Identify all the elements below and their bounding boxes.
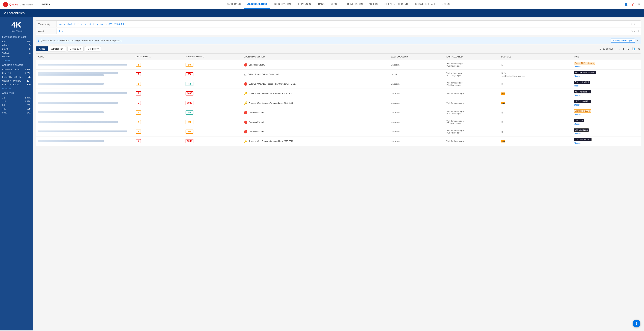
tags-more[interactable]: 10 more xyxy=(574,66,581,68)
tag-badge: Linux - All xyxy=(574,119,584,122)
tag-badge: OS: Ubuntu x.x xyxy=(574,128,589,132)
os-more[interactable]: 45 more ▾ xyxy=(2,87,30,90)
tags-more[interactable]: 10 more xyxy=(574,123,581,125)
clear-vulnerability-filter-icon[interactable]: ✕ xyxy=(631,23,633,25)
next-page-icon[interactable]: › xyxy=(618,47,620,51)
nav-knowledgebase[interactable]: KNOWLEDGEBASE xyxy=(412,0,439,9)
last-logged-more[interactable]: 1 more ▾ xyxy=(2,59,30,62)
table-row[interactable]: 2330🔴Canonical UbuntuUnknownVM: 3 minute… xyxy=(36,127,641,136)
table-row[interactable]: 250🔴Canonical UbuntuUnknownVM: 4 minutes… xyxy=(36,108,641,117)
refresh-icon[interactable]: ↻ xyxy=(627,47,630,51)
os-label-2[interactable]: EulerOS / SuSE Li... xyxy=(2,76,23,78)
user-label-kokeefe[interactable]: kokeefe xyxy=(2,55,10,58)
os-icon: 🔴 xyxy=(244,82,248,86)
download-icon[interactable]: ⬇ xyxy=(622,47,625,51)
last-logged-cell: Unknown xyxy=(389,108,444,117)
table-row[interactable]: 51000🔑Amazon Web Services Amazon Linux 2… xyxy=(36,89,641,98)
asset-name-cell xyxy=(36,70,134,79)
collapse-asset-filter-icon[interactable]: ▭ xyxy=(634,30,636,33)
help-fab-button[interactable]: ? xyxy=(633,320,640,327)
port-label-2[interactable]: 80 xyxy=(2,104,5,106)
os-name: Canonical Ubuntu xyxy=(249,130,265,133)
info-banner: ℹ Qualys Insights consolidates data to g… xyxy=(36,37,641,44)
table-row[interactable]: 2240🔴Canonical UbuntuUnknownVM: 4 minute… xyxy=(36,117,641,127)
user-label-qualys[interactable]: Qualys xyxy=(2,51,9,54)
port-label-4[interactable]: 8080 xyxy=(2,111,7,114)
settings-icon[interactable]: ⚙ xyxy=(638,47,641,51)
main-layout: 4K Total Assets LAST LOGGED ON USER root… xyxy=(0,17,644,331)
menu-icon[interactable]: ☰ xyxy=(636,22,639,26)
nav-remediation[interactable]: REMEDIATION xyxy=(344,0,366,9)
table-row[interactable]: 51000🔑Amazon Web Services Amazon Linux 2… xyxy=(36,98,641,108)
clear-asset-filter-icon[interactable]: ✕ xyxy=(631,30,633,33)
tags-more[interactable]: 20 more xyxy=(574,142,581,144)
tags-cell: NET: Internal IP ... 20 more xyxy=(572,98,641,108)
os-label-4[interactable]: Linux 2.x / Konic... xyxy=(2,83,20,86)
prev-page-icon[interactable]: ‹ xyxy=(615,47,617,51)
vmdr-dropdown[interactable]: VMDR ▼ xyxy=(39,2,52,6)
vulnerability-filter-value[interactable]: vulnerabilities.vulnerability.cveIds:CVE… xyxy=(56,21,629,27)
criticality-badge: 2 xyxy=(136,120,141,124)
last-scanned-cell: VM: an hour agoPC: 7 days ago xyxy=(444,70,499,79)
tags-cell: Scanned in 180-D 10 more xyxy=(572,108,641,117)
criticality-cell: 5 xyxy=(134,70,184,79)
user-label-ubuntu[interactable]: ubuntu xyxy=(2,48,9,50)
tags-more[interactable]: 10 more xyxy=(574,113,581,115)
nav-vulnerabilities[interactable]: VULNERABILITIES xyxy=(244,0,270,9)
nav-threat-intelligence[interactable]: THREAT INTELLIGENCE xyxy=(381,0,412,9)
chevron-down-icon: ▾ xyxy=(10,87,12,90)
nav-reports[interactable]: REPORTS xyxy=(328,0,344,9)
os-count-1: 1.25K xyxy=(25,72,30,75)
asset-filter-value[interactable]: linux xyxy=(56,28,629,34)
nav-prioritization[interactable]: PRIORITIZATION xyxy=(270,0,294,9)
tags-more[interactable]: 20 more xyxy=(574,104,581,106)
help-icon[interactable]: ❓ xyxy=(630,2,635,6)
chart-icon[interactable]: 📊 xyxy=(632,47,636,51)
col-tags: TAGS xyxy=(572,53,641,60)
user-icon[interactable]: 👤 xyxy=(624,2,628,6)
help-vulnerability-filter-icon[interactable]: ? xyxy=(634,23,635,25)
os-label-1[interactable]: Linux 2.6 xyxy=(2,72,12,75)
nav-users[interactable]: USERS xyxy=(439,0,453,9)
table-row[interactable]: 248🔴EulerOS / Ubuntu / Fedora / Tiny Cor… xyxy=(36,79,641,89)
user-label-reboot[interactable]: reboot xyxy=(2,44,8,47)
mail-icon[interactable]: ✉ xyxy=(637,2,641,6)
table-row[interactable]: 2240🔴Canonical UbuntuUnknownVM: a minute… xyxy=(36,60,641,70)
list-item: Linux 2.6 1.25K xyxy=(2,71,30,75)
os-cell: 🔴Canonical Ubuntu xyxy=(242,127,389,136)
last-logged-value: Unknown xyxy=(391,111,400,114)
last-scanned-cell: VM: a minute agoPC: 3 days ago xyxy=(444,60,499,70)
filters-button[interactable]: ⊟ Filters ▾ xyxy=(85,46,101,51)
user-count-reboot: 5 xyxy=(29,44,30,47)
list-item: 443 379 xyxy=(2,107,30,111)
tags-more[interactable]: 8 more xyxy=(574,85,580,87)
port-label-3[interactable]: 443 xyxy=(2,108,6,110)
help-asset-filter-icon[interactable]: ? xyxy=(638,30,639,33)
close-banner-icon[interactable]: ✕ xyxy=(636,39,638,42)
group-by-button[interactable]: Group by ▾ xyxy=(68,46,84,51)
port-label-1[interactable]: 111 xyxy=(2,100,6,103)
nav-responses[interactable]: RESPONSES xyxy=(294,0,314,9)
tab-vulnerability[interactable]: Vulnerability xyxy=(48,46,66,51)
table-row[interactable]: 51000🔑Amazon Web Services Amazon Linux 2… xyxy=(36,136,641,146)
view-insights-button[interactable]: View Qualys Insights xyxy=(611,38,635,43)
os-icon: 🔴 xyxy=(244,63,248,67)
nav-dashboard[interactable]: DASHBOARD xyxy=(224,0,244,9)
tab-asset[interactable]: Asset xyxy=(36,46,48,51)
tags-more[interactable]: 20 more xyxy=(574,94,581,96)
port-label-0[interactable]: 22 xyxy=(2,96,5,99)
truscore-badge: 48 xyxy=(186,82,194,86)
truscore-badge: 50 xyxy=(186,110,194,115)
vulnerability-filter-label: Vulnerability xyxy=(36,21,56,27)
table-row[interactable]: 5850⚠Debian Project Debian Buster 10.2re… xyxy=(36,70,641,79)
last-logged-section-title: LAST LOGGED ON USER xyxy=(2,36,30,38)
nav-assets[interactable]: ASSETS xyxy=(366,0,380,9)
tags-more[interactable]: 25 more xyxy=(574,75,581,77)
nav-scans[interactable]: SCANS xyxy=(314,0,328,9)
os-label-3[interactable]: Ubuntu / Tiny Cor... xyxy=(2,80,22,82)
user-label-root[interactable]: root xyxy=(2,40,6,43)
os-label-0[interactable]: Canonical Ubuntu xyxy=(2,68,20,71)
tags-more[interactable]: 10 more xyxy=(574,133,581,135)
tags-cell: OS: Linux Serve... 20 more xyxy=(572,136,641,146)
open-port-section-title: OPEN PORT xyxy=(2,92,30,94)
